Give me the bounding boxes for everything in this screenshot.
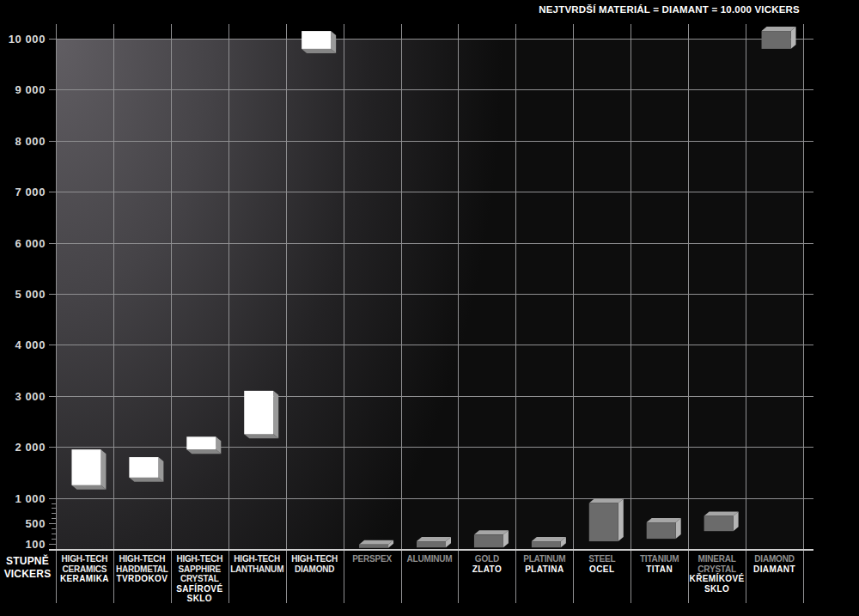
- category-label: TITANIUMTITAN: [631, 554, 688, 574]
- category-label: GOLDZLATO: [458, 554, 515, 574]
- category-name-line: SAPPHIRE: [171, 564, 228, 575]
- category-label: HIGH-TECHDIAMOND: [286, 554, 344, 574]
- category-name-line: CRYSTAL: [171, 574, 228, 584]
- category-name-line: GOLD: [458, 554, 515, 564]
- category-label: STEELOCEL: [573, 554, 631, 574]
- category-label: PLATINUMPLATINA: [515, 554, 573, 574]
- category-name-line: DIAMOND: [286, 564, 344, 575]
- category-translation-line: ZLATO: [458, 564, 515, 575]
- category-label: PERSPEX: [344, 554, 401, 564]
- category-translation-line: KŘEMÍKOVÉ: [688, 574, 746, 584]
- category-translation-line: SKLO: [688, 584, 746, 595]
- category-translation-line: PLATINA: [515, 564, 573, 575]
- category-label: MINERALCRYSTALKŘEMÍKOVÉSKLO: [688, 554, 746, 594]
- y-axis-title: STUPNĚ VICKERS: [1, 555, 54, 580]
- category-translation-line: DIAMANT: [746, 564, 803, 575]
- category-label: HIGH-TECHCERAMICSKERAMIKA: [56, 554, 113, 584]
- category-name-line: CRYSTAL: [688, 564, 746, 575]
- category-label: HIGH-TECHSAPPHIRECRYSTALSAFÍROVÉSKLO: [171, 554, 228, 604]
- category-translation-line: KERAMIKA: [56, 574, 113, 584]
- category-name-line: HIGH-TECH: [286, 554, 344, 564]
- category-translation-line: SKLO: [171, 594, 228, 604]
- category-name-line: LANTHANUM: [228, 564, 286, 575]
- category-name-line: HIGH-TECH: [56, 554, 113, 564]
- category-name-line: MINERAL: [688, 554, 746, 564]
- category-label: DIAMONDDIAMANT: [746, 554, 803, 574]
- y-axis-title-line: STUPNĚ: [1, 555, 54, 568]
- category-name-line: ALUMINUM: [401, 554, 459, 564]
- category-name-line: PLATINUM: [515, 554, 573, 564]
- category-translation-line: TITAN: [631, 564, 688, 575]
- category-translation-line: SAFÍROVÉ: [171, 584, 228, 595]
- category-name-line: STEEL: [573, 554, 631, 564]
- category-translation-line: TVRDOKOV: [113, 574, 171, 584]
- category-name-line: HARDMETAL: [113, 564, 171, 575]
- category-label: ALUMINUM: [401, 554, 459, 564]
- category-name-line: PERSPEX: [344, 554, 401, 564]
- category-name-line: CERAMICS: [56, 564, 113, 575]
- category-name-line: TITANIUM: [631, 554, 688, 564]
- category-name-line: DIAMOND: [746, 554, 803, 564]
- category-name-line: HIGH-TECH: [228, 554, 286, 564]
- category-translation-line: OCEL: [573, 564, 631, 575]
- x-axis-category-labels: HIGH-TECHCERAMICSKERAMIKAHIGH-TECHHARDME…: [0, 0, 859, 616]
- category-label: HIGH-TECHLANTHANUM: [228, 554, 286, 574]
- category-label: HIGH-TECHHARDMETALTVRDOKOV: [113, 554, 171, 584]
- category-name-line: HIGH-TECH: [171, 554, 228, 564]
- y-axis-title-line: VICKERS: [1, 568, 54, 581]
- vickers-hardness-chart: NEJTVRDŠÍ MATERIÁL = DIAMANT = 10.000 VI…: [0, 0, 859, 616]
- category-name-line: HIGH-TECH: [113, 554, 171, 564]
